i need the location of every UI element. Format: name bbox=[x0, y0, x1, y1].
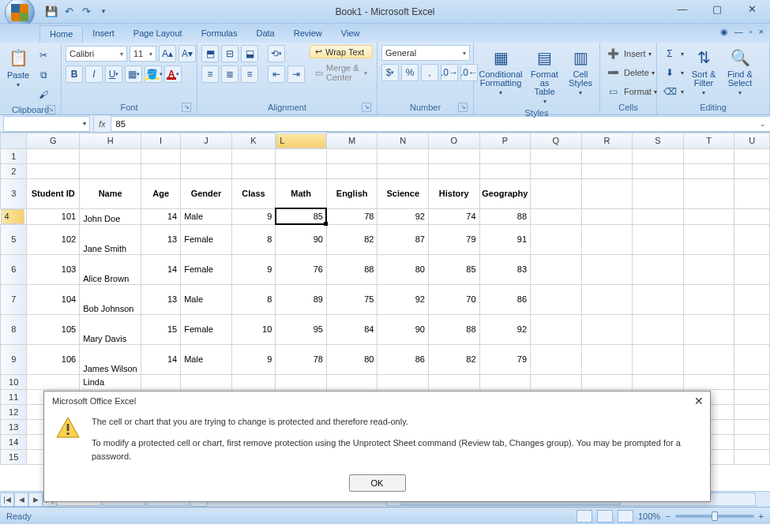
cell[interactable]: 76 bbox=[276, 254, 327, 284]
cell[interactable]: Male bbox=[181, 208, 232, 224]
insert-cells-button[interactable]: ➕Insert▾ bbox=[604, 45, 652, 62]
cell[interactable] bbox=[581, 208, 633, 224]
cell[interactable] bbox=[231, 163, 276, 178]
cell[interactable] bbox=[141, 148, 181, 163]
first-sheet-button[interactable]: |◀ bbox=[0, 493, 14, 507]
decrease-indent-button[interactable]: ⇤ bbox=[268, 66, 285, 83]
cell[interactable] bbox=[633, 374, 684, 389]
row-header[interactable]: 14 bbox=[1, 434, 27, 449]
cell[interactable]: 101 bbox=[27, 208, 80, 224]
cell[interactable] bbox=[633, 254, 684, 284]
fill-color-button[interactable]: 🪣▾ bbox=[145, 66, 162, 83]
page-break-view-button[interactable] bbox=[618, 510, 633, 523]
tab-data[interactable]: Data bbox=[246, 25, 284, 43]
column-header[interactable]: K bbox=[231, 133, 276, 149]
comma-format-button[interactable]: , bbox=[421, 64, 438, 81]
cell[interactable]: Math bbox=[276, 178, 327, 208]
align-center-button[interactable]: ≣ bbox=[221, 66, 239, 83]
cell[interactable]: 86 bbox=[479, 284, 531, 314]
cell[interactable] bbox=[231, 148, 276, 163]
format-cells-button[interactable]: ▭Format▾ bbox=[604, 83, 657, 100]
minimize-ribbon-button[interactable]: — bbox=[734, 27, 743, 37]
tab-formulas[interactable]: Formulas bbox=[192, 25, 247, 43]
cell[interactable] bbox=[276, 374, 327, 389]
accounting-format-button[interactable]: $▾ bbox=[381, 64, 399, 81]
cell[interactable]: 89 bbox=[276, 284, 327, 314]
cell[interactable] bbox=[683, 163, 734, 178]
cell[interactable]: 74 bbox=[429, 208, 480, 224]
cell[interactable] bbox=[734, 314, 770, 344]
cell[interactable]: 85 bbox=[429, 254, 480, 284]
cell[interactable]: 86 bbox=[377, 344, 429, 374]
cell[interactable]: 80 bbox=[326, 344, 377, 374]
maximize-button[interactable]: ▢ bbox=[702, 0, 732, 17]
cell[interactable] bbox=[429, 148, 480, 163]
cell[interactable]: Jane Smith bbox=[80, 224, 141, 254]
row-header[interactable]: 7 bbox=[1, 284, 27, 314]
redo-icon[interactable]: ↷ bbox=[79, 5, 93, 19]
cell[interactable] bbox=[581, 148, 633, 163]
cell[interactable]: 13 bbox=[141, 284, 181, 314]
cell[interactable] bbox=[27, 148, 80, 163]
cell[interactable]: 104 bbox=[27, 284, 80, 314]
wrap-text-button[interactable]: ↩Wrap Text bbox=[310, 45, 373, 58]
column-header[interactable]: P bbox=[479, 133, 531, 149]
bold-button[interactable]: B bbox=[66, 66, 83, 83]
clear-button[interactable]: ⌫▾ bbox=[661, 83, 684, 100]
row-header[interactable]: 9 bbox=[1, 344, 27, 374]
dialog-launcher-icon[interactable]: ↘ bbox=[46, 105, 55, 114]
tab-review[interactable]: Review bbox=[284, 25, 332, 43]
font-name-select[interactable]: Calibri▾ bbox=[66, 46, 127, 62]
cell[interactable] bbox=[531, 163, 582, 178]
cell[interactable]: Name bbox=[80, 178, 141, 208]
cell[interactable] bbox=[734, 178, 770, 208]
cell[interactable] bbox=[531, 208, 582, 224]
row-header[interactable]: 12 bbox=[1, 404, 27, 419]
cell[interactable]: 10 bbox=[231, 314, 276, 344]
increase-font-button[interactable]: A▴ bbox=[159, 45, 176, 62]
cell[interactable]: 79 bbox=[429, 224, 480, 254]
select-all-corner[interactable] bbox=[1, 133, 27, 149]
cell[interactable] bbox=[377, 163, 429, 178]
cell[interactable]: English bbox=[326, 178, 377, 208]
cell[interactable]: Female bbox=[181, 314, 232, 344]
cell-styles-button[interactable]: ▥Cell Styles▾ bbox=[565, 45, 595, 98]
cell[interactable] bbox=[633, 208, 684, 224]
cell[interactable] bbox=[633, 284, 684, 314]
cell[interactable]: 9 bbox=[231, 254, 276, 284]
cell[interactable] bbox=[633, 148, 684, 163]
autosum-button[interactable]: Σ▾ bbox=[661, 45, 684, 62]
align-middle-button[interactable]: ⊟ bbox=[221, 45, 239, 62]
row-header[interactable]: 1 bbox=[1, 148, 27, 163]
cell[interactable]: 92 bbox=[479, 314, 531, 344]
cell[interactable] bbox=[377, 148, 429, 163]
tab-page-layout[interactable]: Page Layout bbox=[124, 25, 192, 43]
tab-view[interactable]: View bbox=[332, 25, 370, 43]
cell[interactable] bbox=[633, 163, 684, 178]
cell[interactable] bbox=[181, 163, 232, 178]
restore-window-button[interactable]: ▫ bbox=[749, 27, 753, 37]
row-header[interactable]: 5 bbox=[1, 224, 27, 254]
cell[interactable] bbox=[141, 374, 181, 389]
cell[interactable] bbox=[734, 284, 770, 314]
cell[interactable] bbox=[531, 224, 582, 254]
column-header[interactable]: S bbox=[633, 133, 684, 149]
cell[interactable] bbox=[326, 374, 377, 389]
cell[interactable] bbox=[141, 163, 181, 178]
cell[interactable]: 92 bbox=[377, 284, 429, 314]
dialog-launcher-icon[interactable]: ↘ bbox=[362, 103, 371, 112]
cell[interactable] bbox=[683, 208, 734, 224]
align-left-button[interactable]: ≡ bbox=[201, 66, 219, 83]
find-select-button[interactable]: 🔍Find & Select▾ bbox=[723, 45, 757, 98]
cell[interactable]: John Doe bbox=[80, 208, 141, 224]
cell[interactable] bbox=[734, 344, 770, 374]
cell[interactable]: 14 bbox=[141, 208, 181, 224]
row-header[interactable]: 15 bbox=[1, 449, 27, 464]
cell[interactable]: 83 bbox=[479, 254, 531, 284]
cell[interactable] bbox=[429, 163, 480, 178]
cell[interactable]: 14 bbox=[141, 344, 181, 374]
cell[interactable]: 90 bbox=[377, 314, 429, 344]
cell[interactable] bbox=[734, 449, 770, 464]
zoom-slider[interactable] bbox=[675, 515, 754, 518]
column-header[interactable]: I bbox=[141, 133, 181, 149]
